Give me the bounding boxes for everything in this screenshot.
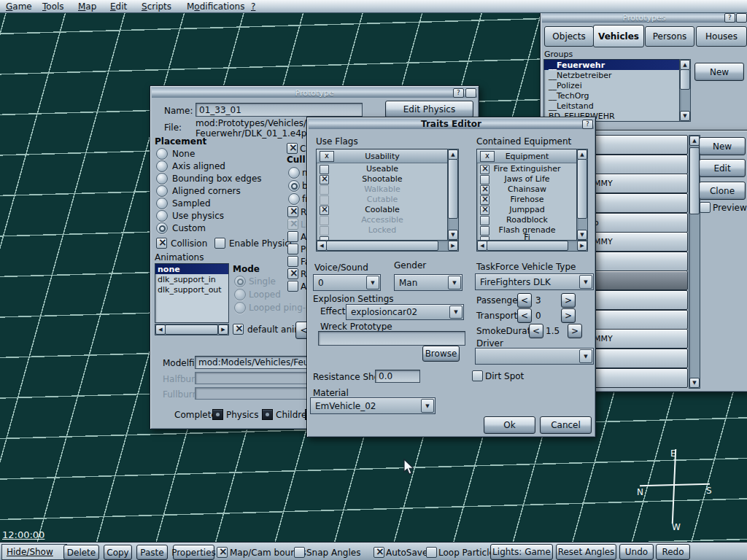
placement-radio-sampled[interactable] bbox=[156, 198, 168, 209]
scroll-right-icon[interactable] bbox=[218, 324, 228, 335]
flag-checkbox[interactable] bbox=[287, 206, 298, 217]
flag-checkbox[interactable] bbox=[287, 268, 298, 279]
group-row[interactable]: __Polizei bbox=[544, 80, 679, 90]
fullburned-input[interactable] bbox=[195, 387, 319, 400]
group-row[interactable]: __TechOrg bbox=[544, 90, 679, 101]
equipment-vscrollbar[interactable] bbox=[576, 149, 588, 241]
scroll-thumb[interactable] bbox=[487, 241, 568, 251]
use-flag-row[interactable]: Shootable bbox=[317, 174, 448, 184]
flag-checkbox[interactable] bbox=[287, 219, 298, 230]
scroll-thumb[interactable] bbox=[577, 159, 587, 219]
browse-button[interactable]: Browse bbox=[422, 346, 460, 362]
animation-row[interactable]: dlk_support_out bbox=[155, 284, 228, 295]
loop-particles-checkbox[interactable] bbox=[426, 547, 437, 558]
scroll-thumb[interactable] bbox=[689, 147, 700, 214]
use-flags-list[interactable]: x Usability Useable Shootable Walkable C… bbox=[316, 149, 449, 241]
hide-show-button[interactable]: Hide/Show bbox=[1, 544, 67, 560]
modelfile-input[interactable] bbox=[195, 356, 319, 369]
resistance-shot-input[interactable] bbox=[375, 370, 420, 383]
equipment-row-partial[interactable]: Fi bbox=[477, 235, 577, 239]
help-button[interactable]: ? bbox=[724, 13, 735, 23]
undo-button[interactable]: Undo bbox=[619, 544, 654, 560]
scroll-down-icon[interactable] bbox=[448, 230, 458, 240]
equipment-row[interactable]: Firehose bbox=[477, 194, 577, 204]
taskforce-type-dropdown[interactable]: FireFighters DLK bbox=[475, 273, 594, 290]
flag-checkbox[interactable] bbox=[287, 231, 298, 242]
mode-radio-single[interactable] bbox=[234, 276, 246, 287]
use-flag-row[interactable]: Cutable bbox=[317, 194, 448, 204]
edit-physics-button[interactable]: Edit Physics bbox=[385, 101, 473, 118]
scroll-left-icon[interactable] bbox=[317, 241, 327, 251]
effect-dropdown[interactable]: explosioncar02 bbox=[346, 304, 464, 320]
ok-button[interactable]: Ok bbox=[484, 416, 535, 434]
scroll-up-icon[interactable] bbox=[689, 136, 700, 146]
scroll-thumb[interactable] bbox=[165, 324, 218, 335]
menu-game[interactable]: Game bbox=[6, 1, 32, 12]
scroll-up-icon[interactable] bbox=[577, 149, 587, 160]
scroll-thumb[interactable] bbox=[680, 69, 690, 90]
traits-editor-titlebar[interactable]: Traits Editor bbox=[309, 119, 594, 129]
chevron-down-icon[interactable] bbox=[448, 276, 461, 289]
animations-hscrollbar[interactable] bbox=[155, 324, 229, 335]
mode-radio-looped-ping-pong[interactable] bbox=[234, 302, 246, 314]
use-flags-vscrollbar[interactable] bbox=[447, 149, 459, 241]
collision-checkbox[interactable] bbox=[156, 238, 167, 249]
flag-checkbox[interactable] bbox=[287, 281, 298, 292]
equipment-list[interactable]: x Equipment Fire Extinguisher Jaws of Li… bbox=[476, 149, 578, 241]
scroll-right-icon[interactable] bbox=[448, 241, 458, 251]
wreck-prototype-input[interactable] bbox=[318, 331, 465, 346]
chevron-down-icon[interactable] bbox=[579, 275, 592, 289]
chevron-down-icon[interactable] bbox=[449, 306, 462, 319]
default-anim-checkbox[interactable] bbox=[233, 324, 244, 335]
lights-game-button[interactable]: Lights: Game bbox=[490, 544, 553, 560]
new-item-button[interactable]: New bbox=[699, 137, 746, 155]
chevron-down-icon[interactable] bbox=[421, 399, 434, 413]
use-flag-row[interactable]: Walkable bbox=[317, 184, 448, 194]
properties-button[interactable]: Properties bbox=[173, 545, 214, 560]
use-flags-hscrollbar[interactable] bbox=[316, 240, 459, 252]
tab-persons[interactable]: Persons bbox=[645, 26, 694, 47]
passengers-increment-button[interactable]: > bbox=[561, 293, 576, 308]
group-row[interactable]: __Leitstand bbox=[544, 101, 679, 111]
placement-radio-none[interactable] bbox=[156, 148, 168, 160]
tab-vehicles[interactable]: Vehicles bbox=[593, 25, 644, 47]
tab-objects[interactable]: Objects bbox=[544, 26, 594, 47]
mode-radio-looped[interactable] bbox=[234, 289, 246, 300]
voice-sound-dropdown[interactable]: 0 bbox=[313, 274, 381, 291]
prototype-titlebar[interactable]: Prototype bbox=[152, 88, 477, 98]
menu-edit[interactable]: Edit bbox=[110, 1, 127, 12]
scroll-down-icon[interactable] bbox=[577, 230, 587, 240]
scroll-down-icon[interactable] bbox=[680, 111, 690, 121]
group-row[interactable]: __Feuerwehr bbox=[544, 60, 679, 70]
gender-dropdown[interactable]: Man bbox=[394, 274, 462, 291]
help-button[interactable]: ? bbox=[453, 88, 464, 98]
snap-angles-checkbox[interactable] bbox=[294, 547, 305, 558]
scroll-left-icon[interactable] bbox=[155, 324, 166, 335]
reset-angles-button[interactable]: Reset Angles bbox=[556, 544, 616, 560]
menu-help[interactable]: ? bbox=[251, 1, 255, 12]
passengers-decrement-button[interactable]: < bbox=[517, 293, 532, 308]
enable-physics-checkbox[interactable] bbox=[214, 238, 225, 249]
cull-radio[interactable] bbox=[288, 180, 300, 192]
groups-list[interactable]: __Feuerwehr __Netzbetreiber __Polizei __… bbox=[543, 59, 680, 122]
animation-row[interactable]: dlk_support_in bbox=[155, 274, 228, 284]
menu-scripts[interactable]: Scripts bbox=[142, 1, 171, 12]
cull-radio[interactable] bbox=[288, 193, 300, 205]
edit-item-button[interactable]: Edit bbox=[699, 159, 746, 177]
transports-increment-button[interactable]: > bbox=[561, 308, 576, 323]
use-flag-row[interactable]: Locked bbox=[317, 225, 448, 235]
scroll-thumb[interactable] bbox=[326, 241, 438, 251]
chevron-down-icon[interactable] bbox=[579, 349, 592, 363]
new-group-button[interactable]: New bbox=[694, 63, 744, 81]
cull-radio[interactable] bbox=[288, 167, 300, 179]
material-dropdown[interactable]: EmVehicle_02 bbox=[310, 397, 436, 414]
scroll-thumb[interactable] bbox=[448, 159, 458, 219]
paste-button[interactable]: Paste bbox=[136, 545, 168, 560]
scroll-down-icon[interactable] bbox=[689, 378, 700, 388]
placement-radio-bounding-box[interactable] bbox=[156, 173, 168, 184]
use-flag-row[interactable]: Coolable bbox=[317, 204, 448, 214]
smoke-decrement-button[interactable]: < bbox=[529, 324, 543, 338]
use-flag-row[interactable]: Useable bbox=[317, 163, 448, 174]
placement-radio-custom[interactable] bbox=[156, 222, 168, 234]
menu-tools[interactable]: Tools bbox=[42, 1, 64, 12]
